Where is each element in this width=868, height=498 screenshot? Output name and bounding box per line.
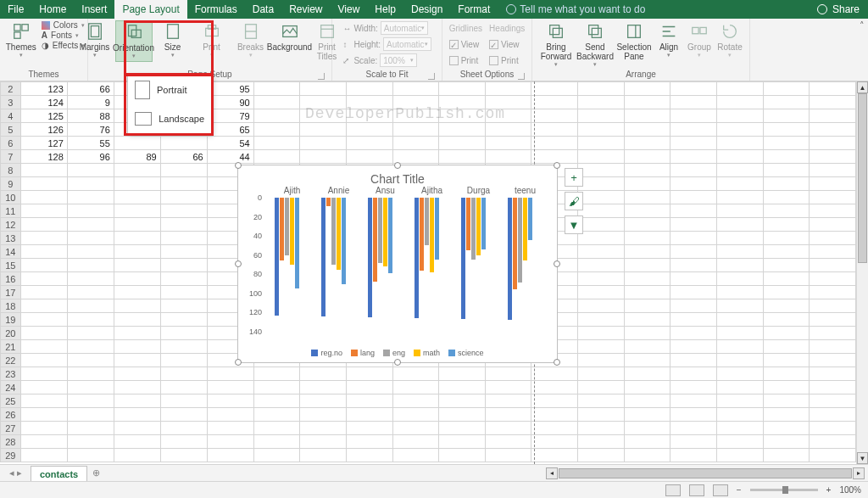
cell[interactable] (67, 232, 114, 245)
row-header[interactable]: 19 (1, 313, 21, 327)
cell[interactable] (716, 96, 763, 109)
cell[interactable] (624, 394, 670, 408)
view-normal-button[interactable] (665, 484, 681, 496)
row-header[interactable]: 26 (1, 408, 21, 422)
cell[interactable] (810, 327, 856, 340)
cell[interactable] (531, 109, 578, 123)
zoom-slider[interactable] (750, 489, 818, 491)
cell[interactable]: 79 (207, 109, 253, 123)
cell[interactable] (300, 394, 347, 408)
cell[interactable] (160, 232, 207, 245)
share-label[interactable]: Share (832, 3, 860, 15)
cell[interactable] (670, 82, 717, 96)
cell[interactable] (624, 340, 670, 354)
cell[interactable]: 95 (207, 82, 253, 96)
cell[interactable] (763, 272, 810, 286)
cell[interactable] (392, 449, 439, 462)
cell[interactable] (670, 272, 717, 286)
cell[interactable] (253, 394, 300, 408)
cell[interactable] (670, 354, 717, 367)
cell[interactable] (624, 137, 670, 150)
cell[interactable] (624, 245, 670, 259)
cell[interactable] (763, 354, 810, 367)
cell[interactable] (763, 150, 810, 164)
cell[interactable] (716, 381, 763, 394)
cell[interactable] (253, 435, 300, 449)
cell[interactable]: 44 (207, 150, 253, 164)
cell[interactable] (160, 327, 207, 340)
resize-handle[interactable] (235, 260, 242, 267)
cell[interactable] (392, 367, 439, 381)
bar[interactable] (466, 198, 470, 250)
cell[interactable] (439, 422, 486, 435)
scroll-down-button[interactable]: ▼ (857, 452, 868, 464)
view-page-break-button[interactable] (713, 484, 728, 496)
cell[interactable] (485, 449, 531, 462)
cell[interactable] (20, 177, 67, 191)
cell[interactable] (253, 449, 300, 462)
cell[interactable] (439, 408, 486, 422)
collapse-ribbon-button[interactable]: ˄ (860, 20, 865, 31)
cell[interactable] (392, 408, 439, 422)
cell[interactable] (207, 435, 253, 449)
cell[interactable] (531, 422, 578, 435)
bar[interactable] (285, 198, 289, 255)
cell[interactable] (531, 96, 578, 109)
cell[interactable] (763, 109, 810, 123)
cell[interactable] (20, 272, 67, 286)
cell[interactable] (114, 286, 160, 299)
cell[interactable] (810, 137, 856, 150)
cell[interactable] (810, 245, 856, 259)
cell[interactable] (578, 218, 625, 232)
bar[interactable] (368, 198, 372, 317)
cell[interactable] (578, 394, 625, 408)
zoom-in-button[interactable]: + (826, 485, 832, 495)
cell[interactable] (253, 137, 300, 150)
cell[interactable] (67, 286, 114, 299)
cell[interactable] (20, 422, 67, 435)
cell[interactable] (346, 394, 392, 408)
cell[interactable] (716, 177, 763, 191)
cell[interactable] (670, 408, 717, 422)
cell[interactable] (716, 422, 763, 435)
cell[interactable] (810, 394, 856, 408)
cell[interactable] (578, 82, 625, 96)
cell[interactable] (67, 299, 114, 313)
breaks-button[interactable]: Breaks▾ (232, 20, 270, 60)
cell[interactable] (160, 367, 207, 381)
resize-handle[interactable] (394, 162, 401, 169)
chart-elements-button[interactable]: + (565, 168, 583, 187)
bar[interactable] (290, 198, 294, 265)
cell[interactable] (531, 381, 578, 394)
row-header[interactable]: 16 (1, 272, 21, 286)
row-header[interactable]: 6 (1, 137, 21, 150)
cell[interactable] (810, 82, 856, 96)
bar[interactable] (481, 198, 486, 249)
cell[interactable] (160, 177, 207, 191)
cell[interactable] (67, 204, 114, 218)
cell[interactable] (160, 191, 207, 204)
cell[interactable] (253, 109, 300, 123)
margins-button[interactable]: Margins▾ (76, 20, 114, 60)
print-area-button[interactable]: Print▾ (193, 20, 231, 60)
ribbon-tab-review[interactable]: Review (281, 0, 330, 19)
cell[interactable] (716, 245, 763, 259)
cell[interactable] (485, 150, 531, 164)
cell[interactable]: 66 (160, 150, 207, 164)
cell[interactable] (531, 150, 578, 164)
cell[interactable] (485, 123, 531, 137)
cell[interactable] (20, 259, 67, 272)
background-button[interactable]: Background (271, 20, 309, 53)
cell[interactable] (578, 109, 625, 123)
cell[interactable]: 90 (207, 96, 253, 109)
cell[interactable] (763, 245, 810, 259)
cell[interactable] (67, 354, 114, 367)
cell[interactable]: 125 (20, 109, 67, 123)
cell[interactable] (346, 150, 392, 164)
cell[interactable] (114, 204, 160, 218)
cell[interactable] (114, 313, 160, 327)
cell[interactable] (485, 82, 531, 96)
cell[interactable] (670, 245, 717, 259)
cell[interactable] (67, 313, 114, 327)
cell[interactable] (160, 422, 207, 435)
